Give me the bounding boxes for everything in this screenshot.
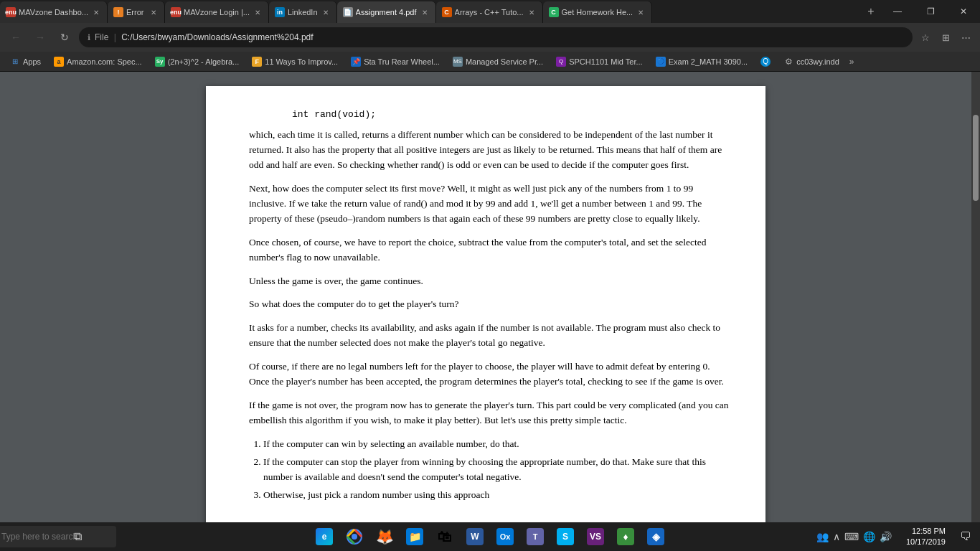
taskbar-left: 🔍 ⧉ xyxy=(0,522,92,551)
bm-sy[interactable]: Sy (2n+3)^2 - Algebra... xyxy=(149,55,245,68)
bm-apps[interactable]: ⊞ Apps xyxy=(4,55,47,68)
bm-gear[interactable]: ⚙ cc03wy.indd xyxy=(778,55,845,68)
protocol-label: File xyxy=(95,32,108,42)
address-box[interactable]: ℹ File | C:/Users/bwyam/Downloads/Assign… xyxy=(79,27,913,47)
bm-icon: ⚙ xyxy=(783,57,793,67)
tray-people-icon[interactable]: 👥 xyxy=(816,531,829,542)
explorer-icon: 📁 xyxy=(406,528,423,545)
tab-close-button[interactable]: ✕ xyxy=(420,7,430,17)
task-view-icon: ⧉ xyxy=(74,530,82,543)
tab-tab4[interactable]: in LinkedIn ✕ xyxy=(269,1,337,23)
blue-app-icon: ◈ xyxy=(647,528,664,545)
pdf-paragraph-6: It asks for a number, checks its availab… xyxy=(249,321,730,351)
taskbar-chrome[interactable] xyxy=(340,522,369,551)
taskbar-skype[interactable]: S xyxy=(551,522,580,551)
tab-tab2[interactable]: ! Error ✕ xyxy=(108,1,165,23)
bm-ms[interactable]: MS Managed Service Pr... xyxy=(447,55,549,68)
bm-label: Apps xyxy=(23,57,41,66)
taskbar-edge[interactable]: e xyxy=(310,522,339,551)
green-app-icon: ♦ xyxy=(617,528,634,545)
taskbar-search-box[interactable]: 🔍 xyxy=(0,526,116,547)
bookmarks-more-button[interactable]: » xyxy=(849,57,854,67)
system-clock[interactable]: 12:58 PM 10/17/2019 xyxy=(900,526,951,548)
notification-button[interactable]: 🗨 xyxy=(954,522,977,551)
scroll-thumb[interactable] xyxy=(973,115,979,201)
taskbar-firefox[interactable]: 🦊 xyxy=(370,522,399,551)
pdf-area: int rand(void); which, each time it is c… xyxy=(0,72,971,522)
taskbar-blue-app[interactable]: ◈ xyxy=(641,522,670,551)
pdf-paragraph-3: Once chosen, of course, we have to repor… xyxy=(249,235,730,265)
refresh-button[interactable]: ↻ xyxy=(55,27,75,47)
settings-button[interactable]: ⋯ xyxy=(957,29,974,46)
taskbar-store[interactable]: 🛍 xyxy=(430,522,459,551)
code-line: int rand(void); xyxy=(292,108,730,122)
address-actions: ☆ ⊞ ⋯ xyxy=(917,29,974,46)
url-text: C:/Users/bwyam/Downloads/Assignment%204.… xyxy=(121,32,313,42)
maximize-button[interactable]: ❐ xyxy=(914,0,947,23)
forward-button[interactable]: → xyxy=(30,27,50,47)
system-tray: 👥 ∧ ⌨ 🌐 🔊 xyxy=(811,531,897,542)
tab-tab5[interactable]: 📄 Assignment 4.pdf ✕ xyxy=(337,1,436,23)
tray-chevron-icon[interactable]: ∧ xyxy=(833,531,840,542)
search-input[interactable] xyxy=(1,532,109,542)
pdf-paragraph-1: which, each time it is called, returns a… xyxy=(249,128,730,173)
favorites-button[interactable]: ☆ xyxy=(917,29,934,46)
tab-close-button[interactable]: ✕ xyxy=(91,7,101,17)
bm-icon: 🔵 xyxy=(656,57,666,67)
tray-network-icon[interactable]: 🌐 xyxy=(863,531,875,542)
scrollbar[interactable] xyxy=(971,72,980,522)
taskbar-right: 👥 ∧ ⌨ 🌐 🔊 12:58 PM 10/17/2019 🗨 xyxy=(811,522,980,551)
back-button[interactable]: ← xyxy=(6,27,26,47)
bm-spch[interactable]: Q SPCH1101 Mid Ter... xyxy=(550,55,649,68)
bm-icon: a xyxy=(54,57,64,67)
minimize-button[interactable]: — xyxy=(881,0,914,23)
collections-button[interactable]: ⊞ xyxy=(937,29,954,46)
tab-favicon: C xyxy=(549,7,559,17)
tab-close-button[interactable]: ✕ xyxy=(149,7,159,17)
bm-label: Sta Tru Rear Wheel... xyxy=(364,57,440,66)
skype-icon: S xyxy=(557,528,574,545)
bm-sta[interactable]: 📌 Sta Tru Rear Wheel... xyxy=(345,55,446,68)
taskbar-vs[interactable]: VS xyxy=(581,522,610,551)
taskbar: 🔍 ⧉ e 🦊 📁 xyxy=(0,522,980,551)
tab-tab6[interactable]: C Arrays - C++ Tuto... ✕ xyxy=(436,1,543,23)
tab-label: LinkedIn xyxy=(288,8,318,17)
bm-ff[interactable]: F 11 Ways To Improv... xyxy=(246,55,344,68)
teams-icon: T xyxy=(527,528,544,545)
notification-icon: 🗨 xyxy=(960,530,971,543)
chrome-icon xyxy=(346,528,363,545)
taskbar-green-app[interactable]: ♦ xyxy=(611,522,640,551)
bm-amazon[interactable]: a Amazon.com: Spec... xyxy=(48,55,148,68)
close-button[interactable]: ✕ xyxy=(947,0,980,23)
outlook-icon: Ox xyxy=(496,528,514,545)
search-taskbar[interactable]: 🔍 xyxy=(33,522,62,551)
tab-close-button[interactable]: ✕ xyxy=(253,7,263,17)
task-view-button[interactable]: ⧉ xyxy=(63,522,92,551)
pdf-list: If the computer can win by selecting an … xyxy=(263,437,730,503)
bm-icon: F xyxy=(252,57,262,67)
pdf-paragraph-5: So what does the computer do to get the … xyxy=(249,297,730,312)
tab-tab3[interactable]: enu MAVzone Login |... ✕ xyxy=(165,1,269,23)
taskbar-teams[interactable]: T xyxy=(521,522,550,551)
tab-close-button[interactable]: ✕ xyxy=(321,7,331,17)
tab-close-button[interactable]: ✕ xyxy=(527,7,537,17)
bm-q[interactable]: Q xyxy=(755,55,776,68)
bm-label: Exam 2_MATH 3090... xyxy=(669,57,748,66)
new-tab-button[interactable]: + xyxy=(861,1,881,22)
tray-volume-icon[interactable]: 🔊 xyxy=(880,531,892,542)
bm-label: Amazon.com: Spec... xyxy=(67,57,142,66)
tab-favicon: C xyxy=(442,7,452,17)
tabs-area: enu MAVzone Dashbo... ✕ ! Error ✕ enu MA… xyxy=(0,0,861,23)
tab-tab7[interactable]: C Get Homework He... ✕ xyxy=(543,1,653,23)
tray-keyboard-icon[interactable]: ⌨ xyxy=(844,531,859,542)
firefox-icon: 🦊 xyxy=(376,528,393,545)
taskbar-center: e 🦊 📁 🛍 W Ox xyxy=(310,522,670,551)
bm-exam[interactable]: 🔵 Exam 2_MATH 3090... xyxy=(650,55,753,68)
tab-close-button[interactable]: ✕ xyxy=(636,7,646,17)
secure-icon: ℹ xyxy=(88,33,90,42)
tab-tab1[interactable]: enu MAVzone Dashbo... ✕ xyxy=(0,1,108,23)
taskbar-explorer[interactable]: 📁 xyxy=(400,522,429,551)
tab-favicon: ! xyxy=(113,7,123,17)
taskbar-word[interactable]: W xyxy=(461,522,489,551)
taskbar-outlook[interactable]: Ox xyxy=(491,522,519,551)
